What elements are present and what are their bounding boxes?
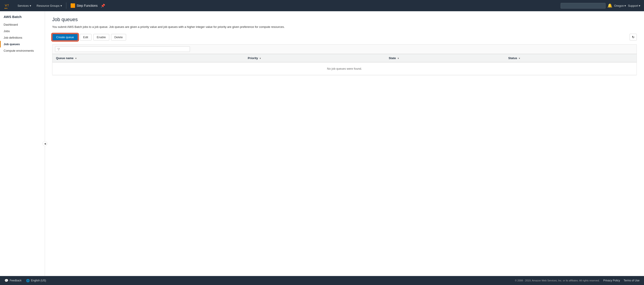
globe-icon: 🌐 bbox=[26, 279, 30, 282]
table-header-row: Queue name ▾ Priority ▾ State ▾ Status bbox=[52, 54, 636, 62]
status-sort-icon: ▾ bbox=[519, 57, 520, 60]
language-selector[interactable]: 🌐 English (US) bbox=[26, 279, 46, 282]
sidebar-collapse-button[interactable]: ◀ bbox=[42, 141, 48, 146]
resource-groups-menu[interactable]: Resource Groups ▾ bbox=[34, 3, 64, 8]
filter-icon: ▽ bbox=[58, 48, 60, 51]
sidebar-title: AWS Batch bbox=[0, 15, 45, 21]
main-content: Job queues You submit AWS Batch jobs to … bbox=[45, 11, 644, 276]
delete-button[interactable]: Delete bbox=[111, 34, 126, 40]
table-container: ▽ Queue name ▾ Priority ▾ bbox=[52, 44, 637, 75]
terms-of-use-link[interactable]: Terms of Use bbox=[624, 279, 640, 282]
support-menu[interactable]: Support ▾ bbox=[628, 4, 640, 8]
nav-search-input[interactable] bbox=[560, 3, 606, 8]
nav-right: 🔔 Oregon ▾ Support ▾ bbox=[560, 3, 640, 8]
refresh-button[interactable]: ↻ bbox=[630, 34, 637, 40]
sidebar: AWS Batch Dashboard Jobs Job definitions… bbox=[0, 11, 45, 276]
sidebar-item-jobs[interactable]: Jobs bbox=[0, 28, 45, 34]
col-priority[interactable]: Priority ▾ bbox=[244, 54, 385, 62]
step-functions-nav[interactable]: 🟧 Step Functions bbox=[68, 2, 100, 9]
empty-message: No job queues were found. bbox=[327, 67, 362, 70]
create-queue-button[interactable]: Create queue bbox=[52, 34, 78, 41]
aws-logo[interactable]: aws bbox=[4, 2, 12, 10]
edit-button[interactable]: Edit bbox=[80, 34, 92, 40]
pin-icon[interactable]: 📌 bbox=[101, 4, 105, 8]
enable-button[interactable]: Enable bbox=[93, 34, 109, 40]
sidebar-item-compute-environments[interactable]: Compute environments bbox=[0, 48, 45, 54]
refresh-icon: ↻ bbox=[632, 35, 634, 39]
privacy-policy-link[interactable]: Privacy Policy bbox=[603, 279, 620, 282]
col-queue-name[interactable]: Queue name ▾ bbox=[52, 54, 244, 62]
col-status[interactable]: Status ▾ bbox=[505, 54, 636, 62]
services-chevron-icon: ▾ bbox=[30, 4, 31, 8]
page-title: Job queues bbox=[52, 17, 637, 22]
table-empty-row: No job queues were found. bbox=[52, 62, 636, 75]
copyright-text: © 2008 - 2019, Amazon Web Services, Inc.… bbox=[515, 279, 600, 282]
step-functions-icon: 🟧 bbox=[70, 3, 75, 8]
queue-name-sort-icon: ▾ bbox=[75, 57, 76, 60]
footer-links: Privacy Policy Terms of Use bbox=[603, 279, 640, 282]
priority-sort-icon: ▾ bbox=[260, 57, 261, 60]
top-navigation: aws Services ▾ Resource Groups ▾ 🟧 Step … bbox=[0, 0, 644, 11]
notifications-icon[interactable]: 🔔 bbox=[607, 3, 612, 8]
services-menu[interactable]: Services ▾ bbox=[15, 3, 34, 8]
nav-separator bbox=[66, 2, 66, 9]
sidebar-item-job-queues[interactable]: Job queues bbox=[0, 41, 45, 48]
job-queues-table: Queue name ▾ Priority ▾ State ▾ Status bbox=[52, 54, 636, 75]
state-sort-icon: ▾ bbox=[398, 57, 399, 60]
region-chevron-icon: ▾ bbox=[624, 4, 626, 8]
page-description: You submit AWS Batch jobs to a job queue… bbox=[52, 25, 637, 29]
footer: 💬 Feedback 🌐 English (US) © 2008 - 2019,… bbox=[0, 276, 644, 285]
col-state[interactable]: State ▾ bbox=[385, 54, 505, 62]
region-selector[interactable]: Oregon ▾ bbox=[614, 4, 626, 8]
filter-bar: ▽ bbox=[52, 44, 636, 54]
toolbar: Create queue Edit Enable Delete ↻ bbox=[52, 34, 637, 41]
feedback-chat-icon: 💬 bbox=[4, 279, 8, 282]
filter-input[interactable] bbox=[62, 48, 188, 51]
main-layout: AWS Batch Dashboard Jobs Job definitions… bbox=[0, 11, 644, 276]
sidebar-item-dashboard[interactable]: Dashboard bbox=[0, 21, 45, 28]
support-chevron-icon: ▾ bbox=[639, 4, 640, 8]
svg-text:aws: aws bbox=[4, 7, 8, 9]
resource-groups-chevron-icon: ▾ bbox=[60, 4, 62, 8]
feedback-button[interactable]: 💬 Feedback bbox=[4, 279, 22, 282]
filter-input-wrap: ▽ bbox=[55, 46, 190, 52]
sidebar-item-job-definitions[interactable]: Job definitions bbox=[0, 34, 45, 41]
